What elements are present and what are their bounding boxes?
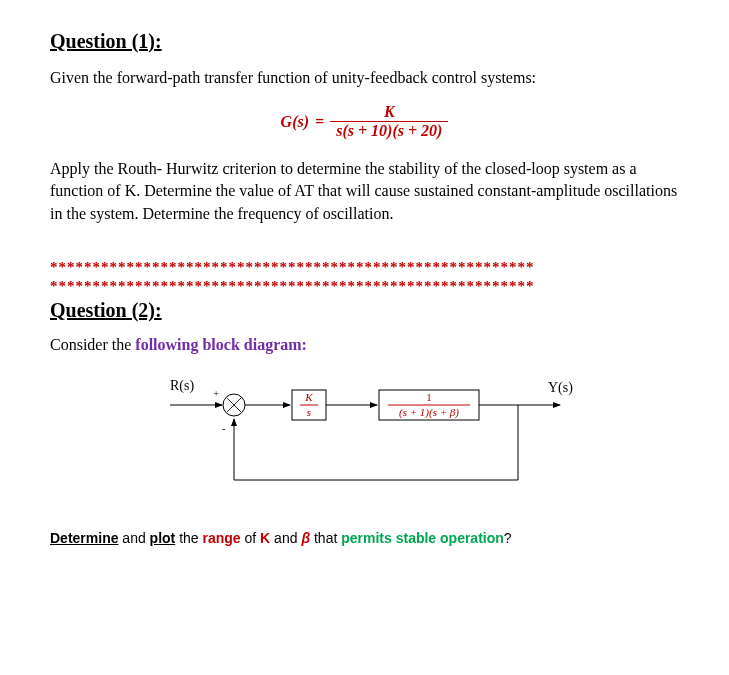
- separator-1: ****************************************…: [50, 259, 679, 276]
- word-of: of: [241, 530, 260, 546]
- eq-denominator: s(s + 10)(s + 20): [330, 122, 448, 140]
- q2-lead-plain: Consider the: [50, 336, 135, 353]
- eq-lhs: G(s): [281, 113, 309, 131]
- eq-equals: =: [315, 113, 324, 131]
- q2-final-line: Determine and plot the range of K and β …: [50, 530, 679, 546]
- eq-numerator: K: [378, 103, 401, 121]
- word-determine: Determine: [50, 530, 118, 546]
- word-plot: plot: [150, 530, 176, 546]
- word-beta: β: [301, 530, 310, 546]
- word-permits: permits stable operation: [341, 530, 504, 546]
- minus-sign: -: [222, 422, 226, 434]
- rs-label: R(s): [170, 378, 194, 394]
- question-1-heading: Question (1):: [50, 30, 679, 53]
- q2-lead: Consider the following block diagram:: [50, 336, 679, 354]
- word-range: range: [203, 530, 241, 546]
- q2-lead-purple: following block diagram:: [135, 336, 307, 353]
- eq-fraction: K s(s + 10)(s + 20): [330, 103, 448, 140]
- ys-label: Y(s): [548, 380, 573, 396]
- block2-num: 1: [426, 391, 432, 403]
- word-and2: and: [270, 530, 301, 546]
- question-2-heading: Question (2):: [50, 299, 679, 322]
- word-that: that: [310, 530, 341, 546]
- word-qm: ?: [504, 530, 512, 546]
- block-diagram: R(s) + - K s 1 (s + 1)(s + β) Y(s): [50, 370, 679, 510]
- word-and: and: [118, 530, 149, 546]
- block1-num: K: [304, 391, 313, 403]
- block2-den: (s + 1)(s + β): [398, 406, 458, 419]
- q1-equation: G(s) = K s(s + 10)(s + 20): [50, 103, 679, 140]
- block1-den: s: [306, 406, 310, 418]
- q1-intro: Given the forward-path transfer function…: [50, 67, 679, 89]
- word-k: K: [260, 530, 270, 546]
- q1-body: Apply the Routh- Hurwitz criterion to de…: [50, 158, 679, 225]
- separator-2: ****************************************…: [50, 278, 679, 295]
- word-the: the: [175, 530, 202, 546]
- plus-sign: +: [213, 387, 219, 399]
